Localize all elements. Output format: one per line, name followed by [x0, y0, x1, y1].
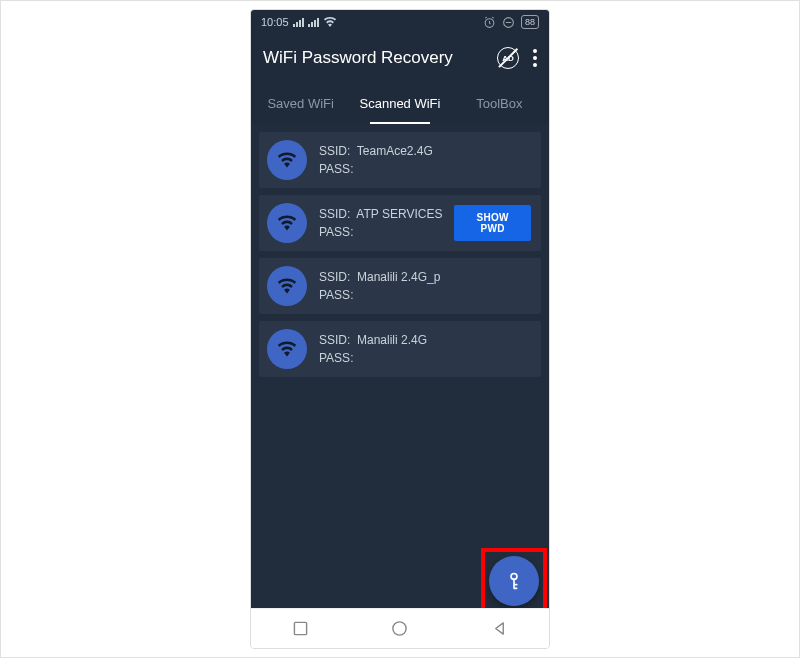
status-bar: 10:05 88 — [251, 10, 549, 34]
wifi-info: SSID: Manalili 2.4G PASS: — [319, 331, 531, 367]
svg-point-4 — [393, 622, 406, 635]
content-area: SSID: TeamAce2.4G PASS: SSID: ATP SERVIC… — [251, 124, 549, 608]
wifi-row[interactable]: SSID: ATP SERVICES PASS: SHOW PWD — [259, 195, 541, 251]
ssid-value: Manalili 2.4G_p — [357, 270, 440, 284]
android-nav-bar — [251, 608, 549, 648]
signal-icon — [308, 18, 319, 27]
wifi-info: SSID: TeamAce2.4G PASS: — [319, 142, 531, 178]
tab-bar: Saved WiFi Scanned WiFi ToolBox — [251, 82, 549, 124]
app-title: WiFi Password Recovery — [263, 48, 453, 68]
signal-icon — [293, 18, 304, 27]
tab-saved-wifi[interactable]: Saved WiFi — [251, 82, 350, 124]
fab-highlight-box — [481, 548, 547, 608]
app-bar: WiFi Password Recovery AD — [251, 34, 549, 82]
wifi-status-icon — [323, 17, 337, 27]
wifi-row[interactable]: SSID: Manalili 2.4G_p PASS: — [259, 258, 541, 314]
wifi-info: SSID: ATP SERVICES PASS: — [319, 205, 442, 241]
ssid-value: ATP SERVICES — [356, 207, 442, 221]
tab-toolbox[interactable]: ToolBox — [450, 82, 549, 124]
ssid-value: TeamAce2.4G — [357, 144, 433, 158]
svg-point-2 — [511, 573, 517, 579]
overflow-menu-icon[interactable] — [533, 49, 537, 67]
dnd-icon — [502, 16, 515, 29]
nav-home-button[interactable] — [391, 620, 409, 638]
wifi-icon — [267, 203, 307, 243]
alarm-icon — [483, 16, 496, 29]
wifi-row[interactable]: SSID: Manalili 2.4G PASS: — [259, 321, 541, 377]
battery-indicator: 88 — [521, 15, 539, 29]
wifi-icon — [267, 140, 307, 180]
wifi-icon — [267, 266, 307, 306]
ssid-value: Manalili 2.4G — [357, 333, 427, 347]
show-password-button[interactable]: SHOW PWD — [454, 205, 531, 241]
wifi-info: SSID: Manalili 2.4G_p PASS: — [319, 268, 531, 304]
status-time: 10:05 — [261, 16, 289, 28]
key-icon — [503, 570, 525, 592]
wifi-icon — [267, 329, 307, 369]
tab-scanned-wifi[interactable]: Scanned WiFi — [350, 82, 449, 124]
key-fab-button[interactable] — [489, 556, 539, 606]
no-ads-icon[interactable]: AD — [497, 47, 519, 69]
nav-back-button[interactable] — [490, 620, 508, 638]
wifi-row[interactable]: SSID: TeamAce2.4G PASS: — [259, 132, 541, 188]
nav-recent-button[interactable] — [292, 620, 310, 638]
svg-rect-3 — [295, 622, 307, 634]
phone-frame: 10:05 88 WiFi Password Recovery AD Saved… — [250, 9, 550, 649]
